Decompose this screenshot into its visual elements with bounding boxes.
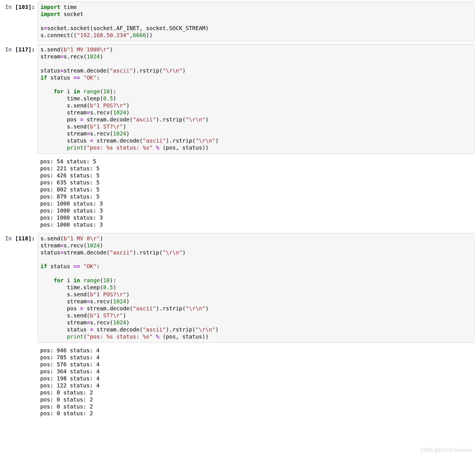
prompt-in-label: In [5, 46, 15, 53]
output-row: pos: 54 status: 5 pos: 221 status: 5 pos… [2, 157, 474, 229]
prompt-number: [117]: [15, 46, 35, 53]
output-area: pos: 54 status: 5 pos: 221 status: 5 pos… [38, 157, 474, 229]
code-cell: In [117]:s.send(b"1 MV 1000\r") stream=s… [2, 44, 474, 154]
output-text: pos: 54 status: 5 pos: 221 status: 5 pos… [40, 158, 472, 229]
prompt-number: [103]: [15, 4, 35, 10]
code-input-area[interactable]: s.send(b"1 MV 0\r") stream=s.recv(1024) … [38, 233, 474, 343]
output-area: pos: 946 status: 4 pos: 785 status: 4 po… [38, 346, 474, 418]
output-text: pos: 946 status: 4 pos: 785 status: 4 po… [40, 347, 472, 417]
output-row: pos: 946 status: 4 pos: 785 status: 4 po… [2, 346, 474, 418]
code-source[interactable]: s.send(b"1 MV 0\r") stream=s.recv(1024) … [40, 235, 472, 340]
cell-prompt: In [117]: [2, 44, 38, 53]
prompt-in-label: In [5, 4, 15, 10]
code-cell: In [103]:import time import socket s=soc… [2, 2, 474, 41]
code-input-area[interactable]: s.send(b"1 MV 1000\r") stream=s.recv(102… [38, 44, 474, 154]
notebook-container: In [103]:import time import socket s=soc… [2, 2, 474, 418]
code-input-area[interactable]: import time import socket s=socket.socke… [38, 2, 474, 41]
cell-prompt: In [103]: [2, 2, 38, 11]
output-prompt-spacer [2, 157, 38, 159]
code-cell: In [118]:s.send(b"1 MV 0\r") stream=s.re… [2, 233, 474, 343]
output-prompt-spacer [2, 346, 38, 348]
prompt-in-label: In [5, 235, 15, 242]
code-source[interactable]: s.send(b"1 MV 1000\r") stream=s.recv(102… [40, 46, 472, 152]
prompt-number: [118]: [15, 235, 35, 242]
cell-prompt: In [118]: [2, 233, 38, 242]
code-source[interactable]: import time import socket s=socket.socke… [40, 4, 472, 39]
